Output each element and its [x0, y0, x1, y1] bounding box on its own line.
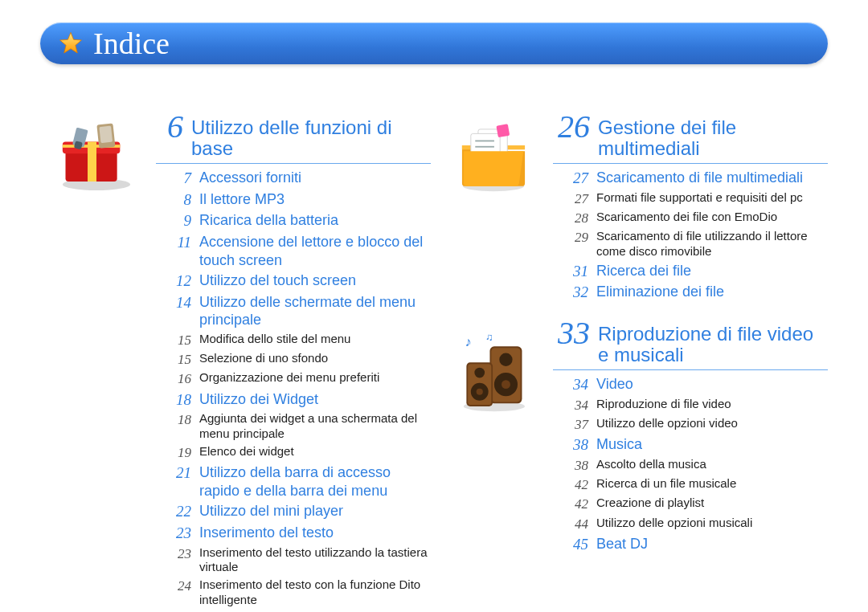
entry-title: Utilizzo dei Widget [199, 390, 431, 409]
svg-text:♪: ♪ [465, 334, 472, 349]
page-number: 45 [553, 535, 588, 554]
gift-box-icon [48, 112, 145, 201]
toc-entry[interactable]: 34Video [553, 375, 828, 394]
toc-entry-list: 27Scaricamento di file multimediali27For… [553, 169, 828, 302]
section-title: Utilizzo delle funzioni di base [191, 112, 431, 160]
entry-title: Beat DJ [596, 535, 828, 553]
page-number: 15 [156, 351, 191, 368]
section-title: Riproduzione di file video e musicali [598, 319, 828, 366]
page-number: 12 [156, 271, 191, 291]
entry-title: Modifica dello stile del menu [199, 332, 431, 347]
page-number: 14 [156, 293, 191, 312]
page-number: 28 [553, 210, 588, 226]
toc-entry-list: 34Video34Riproduzione di file video37Uti… [553, 375, 828, 554]
entry-title: Selezione di uno sfondo [199, 351, 431, 366]
section-spacer [553, 304, 828, 319]
entry-title: Creazione di playlist [596, 496, 828, 511]
toc-entry[interactable]: 32Eliminazione dei file [553, 283, 828, 302]
right-column-content: 26Gestione dei file multimediali27Scaric… [553, 112, 828, 596]
section-heading[interactable]: 33Riproduzione di file video e musicali [553, 319, 828, 370]
svg-text:♫: ♫ [485, 333, 493, 343]
toc-entry: 42Creazione di playlist [553, 496, 828, 512]
toc-entry: 29Scaricamento di file utilizzando il le… [553, 229, 828, 259]
page-number: 23 [156, 545, 191, 562]
toc-entry: 15Modifica dello stile del menu [156, 332, 431, 349]
toc-entry[interactable]: 31Ricerca dei file [553, 262, 828, 281]
speakers-icon: ♪ ♫ [445, 329, 542, 418]
toc-entry[interactable]: 7Accessori forniti [156, 169, 431, 188]
page-number: 24 [156, 577, 191, 594]
svg-point-26 [474, 368, 485, 378]
entry-title: Ricerca di un file musicale [596, 476, 828, 492]
toc-entry[interactable]: 12Utilizzo del touch screen [156, 271, 431, 291]
page-number: 18 [156, 390, 191, 410]
page-number: 8 [156, 190, 191, 210]
toc-entry[interactable]: 27Scaricamento di file multimediali [553, 169, 828, 188]
page-number: 16 [156, 370, 191, 387]
page-number: 9 [156, 211, 191, 231]
entry-title: Utilizzo delle schermate del menu princi… [199, 293, 431, 329]
page-title: Indice [93, 28, 170, 59]
svg-point-23 [502, 380, 510, 389]
toc-entry: 27Formati file supportati e requisiti de… [553, 190, 828, 207]
toc-entry[interactable]: 22Utilizzo del mini player [156, 502, 431, 521]
entry-title: Inserimento del testo con la funzione Di… [199, 577, 431, 608]
page: Indice [0, 0, 868, 612]
svg-rect-4 [88, 142, 96, 182]
section-heading[interactable]: 26Gestione dei file multimediali [553, 112, 828, 164]
entry-title: Aggiunta dei widget a una schermata del … [199, 411, 431, 442]
svg-point-28 [477, 389, 483, 395]
entry-title: Scaricamento di file multimediali [596, 169, 828, 187]
entry-title: Utilizzo del mini player [199, 502, 431, 520]
page-number: 32 [553, 283, 588, 302]
page-number: 38 [553, 457, 588, 474]
entry-title: Ricerca dei file [596, 262, 828, 280]
toc-entry: 19Elenco dei widget [156, 444, 431, 461]
entry-title: Il lettore MP3 [199, 190, 431, 209]
entry-title: Scaricamento dei file con EmoDio [596, 210, 828, 225]
page-number: 22 [156, 502, 191, 521]
toc-entry: 23Inserimento del testo utilizzando la t… [156, 545, 431, 576]
page-number: 27 [553, 169, 588, 188]
page-number: 19 [156, 444, 191, 461]
entry-title: Ricarica della batteria [199, 211, 431, 230]
svg-rect-15 [496, 124, 510, 137]
content-columns: 6 Utilizzo delle funzioni di base 7Acces… [48, 112, 828, 596]
entry-title: Accensione del lettore e blocco del touc… [199, 233, 431, 269]
entry-title: Accessori forniti [199, 169, 431, 187]
toc-entry[interactable]: 21Utilizzo della barra di accesso rapido… [156, 463, 431, 500]
section-number: 6 [156, 112, 183, 141]
toc-entry[interactable]: 9Ricarica della batteria [156, 211, 431, 231]
toc-entry: 28Scaricamento dei file con EmoDio [553, 210, 828, 226]
entry-title: Utilizzo del touch screen [199, 271, 431, 290]
toc-entry[interactable]: 14Utilizzo delle schermate del menu prin… [156, 293, 431, 329]
toc-entry[interactable]: 23Inserimento del testo [156, 524, 431, 543]
entry-title: Musica [596, 435, 828, 454]
page-number: 37 [553, 416, 588, 433]
entry-title: Organizzazione dei menu preferiti [199, 370, 431, 386]
page-number: 15 [156, 332, 191, 349]
section-number: 33 [553, 319, 590, 348]
toc-entry: 15Selezione di uno sfondo [156, 351, 431, 368]
toc-entry: 16Organizzazione dei menu preferiti [156, 370, 431, 387]
page-number: 11 [156, 233, 191, 252]
entry-title: Elenco dei widget [199, 444, 431, 459]
toc-entry: 44Utilizzo delle opzioni musicali [553, 516, 828, 532]
entry-title: Riproduzione di file video [596, 397, 828, 412]
toc-entry[interactable]: 38Musica [553, 435, 828, 455]
entry-title: Scaricamento di file utilizzando il lett… [596, 229, 828, 259]
toc-entry: 18Aggiunta dei widget a una schermata de… [156, 411, 431, 442]
star-icon [58, 31, 84, 56]
section-heading[interactable]: 6 Utilizzo delle funzioni di base [156, 112, 431, 164]
entry-title: Inserimento del testo utilizzando la tas… [199, 545, 431, 576]
entry-title: Utilizzo della barra di accesso rapido e… [199, 463, 431, 500]
toc-entry[interactable]: 18Utilizzo dei Widget [156, 390, 431, 410]
entry-title: Inserimento del testo [199, 524, 431, 542]
entry-title: Utilizzo delle opzioni video [596, 416, 828, 431]
toc-entry[interactable]: 8Il lettore MP3 [156, 190, 431, 210]
toc-entry[interactable]: 11Accensione del lettore e blocco del to… [156, 233, 431, 269]
right-column: ♪ ♫ 26Gestione dei file m [445, 112, 828, 596]
entry-title: Ascolto della musica [596, 457, 828, 472]
toc-entry[interactable]: 45Beat DJ [553, 535, 828, 554]
toc-entry: 24Inserimento del testo con la funzione … [156, 577, 431, 608]
